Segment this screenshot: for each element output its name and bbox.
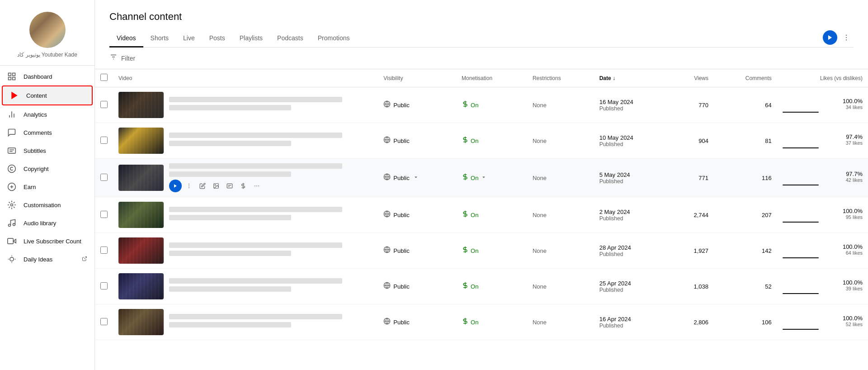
sidebar-item-audio-library[interactable]: Audio library bbox=[0, 214, 94, 232]
play-action-btn-3[interactable] bbox=[169, 180, 182, 192]
row-checkbox-7[interactable] bbox=[100, 318, 108, 325]
sidebar-label-content: Content bbox=[26, 92, 47, 99]
comments-cell-7: 106 bbox=[714, 304, 777, 340]
more-row-btn-3[interactable] bbox=[183, 180, 195, 192]
svg-point-40 bbox=[215, 185, 216, 185]
th-comments[interactable]: Comments bbox=[714, 69, 777, 87]
visibility-text-1: Public bbox=[393, 102, 409, 109]
sidebar-item-analytics[interactable]: Analytics bbox=[0, 105, 94, 123]
table-row: Public On None 25 Apr 2024 Published 1,0… bbox=[95, 269, 868, 304]
th-date[interactable]: Date ↓ bbox=[594, 69, 670, 87]
visibility-cell-7: Public bbox=[378, 304, 456, 340]
tab-shorts[interactable]: Shorts bbox=[143, 30, 176, 47]
th-likes[interactable]: Likes (vs dislikes) bbox=[777, 69, 868, 87]
tab-podcasts[interactable]: Podcasts bbox=[270, 30, 311, 47]
video-info-6 bbox=[169, 278, 373, 294]
visibility-cell-6: Public bbox=[378, 269, 456, 304]
th-views[interactable]: Views bbox=[670, 69, 714, 87]
likes-pct-5: 100.0% bbox=[783, 243, 863, 250]
table-row: Public On None 28 Apr 2024 Published 1,9… bbox=[95, 233, 868, 269]
content-icon bbox=[10, 91, 19, 100]
dollar-sign-icon-2 bbox=[462, 136, 469, 145]
sidebar-label-subtitles: Subtitles bbox=[24, 147, 46, 154]
thumbnail-btn-3[interactable] bbox=[210, 180, 222, 192]
sidebar-item-copyright[interactable]: Copyright bbox=[0, 160, 94, 178]
date-cell-3: 5 May 2024 Published bbox=[594, 159, 670, 197]
likes-cell-6: 100.0% 39 likes bbox=[777, 269, 868, 304]
likes-bar-fill-1 bbox=[783, 112, 819, 113]
monetisation-cell-3: On bbox=[456, 159, 527, 197]
sidebar-item-comments[interactable]: Comments bbox=[0, 123, 94, 142]
likes-bar-4 bbox=[783, 222, 863, 223]
edit-btn-3[interactable] bbox=[196, 180, 209, 192]
sidebar-item-daily-ideas[interactable]: Daily Ideas bbox=[0, 250, 94, 268]
sidebar-item-customisation[interactable]: Customisation bbox=[0, 196, 94, 214]
channel-avatar-section: Youtuber Kade يوتيوبر كاد bbox=[0, 5, 94, 63]
video-cell-5 bbox=[113, 233, 378, 269]
date-main-5: 28 Apr 2024 bbox=[599, 244, 665, 251]
svg-point-24 bbox=[846, 35, 847, 36]
visibility-cell-2: Public bbox=[378, 123, 456, 159]
select-all-checkbox[interactable] bbox=[100, 74, 108, 81]
video-title-bar-7 bbox=[169, 314, 342, 319]
row-checkbox-1[interactable] bbox=[100, 101, 108, 108]
th-restrictions[interactable]: Restrictions bbox=[527, 69, 594, 87]
tab-live[interactable]: Live bbox=[176, 30, 202, 47]
more-options-row-btn-3[interactable] bbox=[250, 180, 263, 192]
sidebar-item-content[interactable]: Content bbox=[2, 85, 93, 105]
more-options-button[interactable] bbox=[839, 30, 854, 45]
sidebar-item-dashboard[interactable]: Dashboard bbox=[0, 67, 94, 85]
tab-promotions[interactable]: Promotions bbox=[311, 30, 357, 47]
row-checkbox-6[interactable] bbox=[100, 282, 108, 289]
video-subtitle-bar-2 bbox=[169, 141, 291, 146]
video-thumbnail-3 bbox=[118, 165, 164, 191]
filter-icon[interactable] bbox=[109, 53, 118, 63]
video-cell-7 bbox=[113, 304, 378, 340]
sidebar-label-customisation: Customisation bbox=[24, 202, 61, 209]
video-cell-2 bbox=[113, 123, 378, 159]
visibility-cell-1: Public bbox=[378, 87, 456, 123]
visibility-dropdown-3[interactable] bbox=[413, 175, 419, 181]
svg-rect-2 bbox=[9, 77, 11, 80]
caption-btn-3[interactable] bbox=[223, 180, 236, 192]
date-status-2: Published bbox=[599, 141, 665, 147]
tab-posts[interactable]: Posts bbox=[202, 30, 232, 47]
row-checkbox-3[interactable] bbox=[100, 174, 108, 181]
video-subtitle-bar-6 bbox=[169, 286, 291, 292]
video-title-bar-2 bbox=[169, 133, 342, 138]
dollar-sign-icon-4 bbox=[462, 210, 469, 219]
video-subtitle-bar-7 bbox=[169, 322, 291, 327]
restrictions-cell-6: None bbox=[527, 269, 594, 304]
row-checkbox-4[interactable] bbox=[100, 211, 108, 218]
play-icon-button[interactable] bbox=[823, 30, 837, 45]
svg-rect-1 bbox=[13, 73, 15, 76]
sidebar-item-subtitles[interactable]: Subtitles bbox=[0, 142, 94, 160]
dollar-sign-icon-1 bbox=[462, 100, 469, 109]
video-thumbnail-7 bbox=[118, 309, 164, 335]
dollar-btn-3[interactable] bbox=[237, 180, 250, 192]
date-main-3: 5 May 2024 bbox=[599, 171, 665, 178]
th-visibility[interactable]: Visibility bbox=[378, 69, 456, 87]
likes-bar-6 bbox=[783, 293, 863, 294]
monetisation-dropdown-3[interactable] bbox=[481, 175, 486, 181]
date-main-7: 16 Apr 2024 bbox=[599, 316, 665, 323]
sidebar-item-live-subscriber[interactable]: Live Subscriber Count bbox=[0, 232, 94, 250]
tab-videos[interactable]: Videos bbox=[109, 30, 143, 47]
sidebar-label-analytics: Analytics bbox=[24, 111, 47, 118]
row-checkbox-2[interactable] bbox=[100, 137, 108, 144]
monetisation-cell-4: On bbox=[456, 197, 527, 233]
sidebar: Youtuber Kade يوتيوبر كاد Dashboard Cont… bbox=[0, 0, 95, 370]
tab-playlists[interactable]: Playlists bbox=[232, 30, 270, 47]
video-cell-4 bbox=[113, 197, 378, 233]
row-checkbox-5[interactable] bbox=[100, 247, 108, 254]
th-video[interactable]: Video bbox=[113, 69, 378, 87]
video-title-bar-1 bbox=[169, 97, 342, 102]
likes-count-6: 39 likes bbox=[783, 286, 863, 291]
video-subtitle-bar-5 bbox=[169, 251, 291, 256]
restrictions-cell-1: None bbox=[527, 87, 594, 123]
sidebar-label-copyright: Copyright bbox=[24, 166, 49, 172]
row-checkbox-cell bbox=[95, 304, 113, 340]
th-select-all[interactable] bbox=[95, 69, 113, 87]
th-monetisation[interactable]: Monetisation bbox=[456, 69, 527, 87]
sidebar-item-earn[interactable]: Earn bbox=[0, 178, 94, 196]
